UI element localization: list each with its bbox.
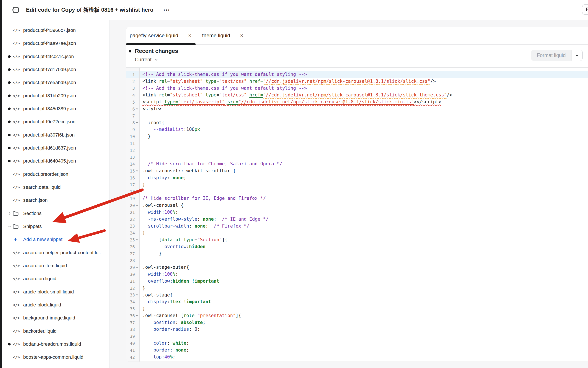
code-line[interactable]: [140, 112, 588, 120]
code-line[interactable]: color: white;: [140, 340, 588, 347]
file-item[interactable]: </>accordion.liquid: [2, 272, 110, 285]
code-line[interactable]: <!-- Add the slick-theme.css if you want…: [140, 85, 588, 92]
file-item[interactable]: </>product.pf-f845d389.json: [2, 102, 110, 115]
fold-toggle[interactable]: [135, 239, 139, 241]
code-line[interactable]: }: [140, 230, 588, 236]
file-item[interactable]: </>product.pf-f9e72ecc.json: [2, 115, 110, 128]
fold-toggle[interactable]: [135, 108, 139, 110]
fold-toggle[interactable]: [135, 169, 139, 173]
line-number: 23: [126, 224, 135, 229]
file-name: product.pf-f7e5abd9.json: [23, 80, 76, 85]
code-line[interactable]: /* Hide scrollbar for IE, Edge and Firef…: [140, 195, 588, 202]
close-icon[interactable]: ×: [188, 33, 191, 38]
code-line[interactable]: position: absolute;: [140, 319, 588, 326]
code-line[interactable]: <link rel="stylesheet" type="text/css" h…: [140, 92, 588, 99]
fold-toggle[interactable]: [135, 204, 139, 207]
file-item[interactable]: </>accordion-helper-product-content.li..…: [2, 246, 110, 259]
file-item[interactable]: </>article-block-small.liquid: [2, 285, 110, 298]
kebab-icon[interactable]: •••: [161, 6, 172, 14]
code-line[interactable]: width:100%;: [140, 209, 588, 216]
code-line[interactable]: -ms-overflow-style: none; /* IE and Edge…: [140, 216, 588, 223]
code-line[interactable]: overflow:hidden !important: [140, 278, 588, 285]
editor-tab-pagefly-service.liquid[interactable]: pagefly-service.liquid×: [126, 27, 196, 45]
code-line[interactable]: .owl-stage{: [140, 292, 588, 299]
file-item[interactable]: </>product.pf-fd640405.json: [2, 155, 110, 167]
fold-icon: [136, 108, 139, 110]
code-line[interactable]: }: [140, 285, 588, 292]
modified-dot-indicator: [8, 68, 11, 71]
file-item[interactable]: </>product.pf-fa307f6b.json: [2, 129, 110, 141]
folder-item-sections[interactable]: Sections: [2, 207, 110, 220]
code-line[interactable]: .owl-carousel::-webkit-scrollbar {: [140, 167, 588, 175]
code-line[interactable]: <!-- Add the slick-theme.css if you want…: [140, 71, 588, 78]
file-item[interactable]: </>background-image.liquid: [2, 312, 110, 324]
code-line[interactable]: <link rel="stylesheet" type="text/css" h…: [140, 78, 588, 85]
fold-icon: [136, 266, 139, 269]
code-line[interactable]: [140, 154, 588, 161]
file-item[interactable]: </>product.pf-f4aa97ae.json: [2, 37, 110, 50]
file-item[interactable]: </>booster-apps-common.liquid: [2, 351, 110, 364]
code-line[interactable]: border-radius: 0;: [140, 326, 588, 333]
file-item[interactable]: </>article-block.liquid: [2, 298, 110, 312]
line-number: 6: [126, 107, 135, 111]
file-item[interactable]: </>backorder.liquid: [2, 325, 110, 338]
code-line[interactable]: [140, 140, 588, 147]
code-line[interactable]: }: [140, 250, 588, 257]
code-line[interactable]: overflow:hidden: [140, 243, 588, 250]
file-item[interactable]: </>bodanu-breadcrumbs.liquid: [2, 338, 110, 351]
version-select[interactable]: Current: [135, 57, 158, 63]
add-new-snippet-link[interactable]: +Add a new snippet: [2, 233, 110, 246]
modified-dot-indicator: [8, 108, 11, 110]
format-liquid-button[interactable]: Format liquid: [531, 50, 571, 61]
modified-dot-indicator: [8, 134, 11, 136]
fold-toggle[interactable]: [135, 121, 139, 124]
editor-tab-theme.liquid[interactable]: theme.liquid×: [196, 27, 248, 45]
file-item[interactable]: </>search.json: [2, 194, 110, 207]
file-item[interactable]: </>booster-currency.liquid: [2, 364, 110, 368]
close-icon[interactable]: ×: [240, 33, 243, 38]
folder-item-snippets[interactable]: Snippets: [2, 220, 110, 233]
code-line[interactable]: :root{: [140, 120, 588, 126]
preview-button-partial[interactable]: P: [582, 4, 588, 15]
file-item[interactable]: </>product.pf-f7e5abd9.json: [2, 76, 110, 89]
file-item[interactable]: </>accordion-item.liquid: [2, 259, 110, 272]
code-icon: </>: [13, 289, 20, 294]
code-line[interactable]: .owl-stage-outer{: [140, 264, 588, 271]
code-line[interactable]: <style>: [140, 106, 588, 112]
file-item[interactable]: </>product.pf-fd61d837.json: [2, 141, 110, 155]
fold-toggle[interactable]: [135, 266, 139, 269]
code-line[interactable]: display:flex !important: [140, 298, 588, 305]
fold-toggle[interactable]: [135, 314, 139, 317]
code-line[interactable]: }: [140, 181, 588, 188]
code-line[interactable]: <script type="text/javascript" src="//cd…: [140, 99, 588, 106]
code-line[interactable]: display: none;: [140, 175, 588, 181]
code-line[interactable]: width:100%;: [140, 271, 588, 278]
file-item[interactable]: </>product.pf-f4fc0c1c.json: [2, 50, 110, 63]
file-item[interactable]: </>product.pf-f43966c7.json: [2, 24, 110, 37]
code-line[interactable]: border: none;: [140, 347, 588, 354]
format-liquid-menu-button[interactable]: [571, 50, 583, 61]
code-line[interactable]: }: [140, 133, 588, 140]
code-line[interactable]: top:40%;: [140, 354, 588, 361]
exit-icon[interactable]: [11, 6, 20, 14]
file-item[interactable]: </>product.preorder.json: [2, 168, 110, 181]
fold-toggle[interactable]: [135, 294, 139, 296]
code-line[interactable]: }: [140, 305, 588, 312]
code-line[interactable]: .owl-carousel {: [140, 202, 588, 209]
code-line[interactable]: .owl-carousel [role="presentation"]{: [140, 312, 588, 319]
code-line[interactable]: [140, 333, 588, 340]
code-line[interactable]: /* Hide scrollbar for Chrome, Safari and…: [140, 161, 588, 167]
code-line[interactable]: scrollbar-width: none; /* Firefox */: [140, 223, 588, 230]
file-item[interactable]: </>product.pf-f7d170d9.json: [2, 63, 110, 76]
code-editor[interactable]: 1234567891011121314151617181920212223242…: [126, 68, 588, 361]
file-item[interactable]: </>product.pf-f81bb209.json: [2, 89, 110, 102]
code-line[interactable]: [140, 188, 588, 195]
fold-icon: [136, 239, 139, 241]
code-content[interactable]: <!-- Add the slick-theme.css if you want…: [140, 68, 588, 361]
code-line[interactable]: --mediaList:100px: [140, 126, 588, 133]
code-line[interactable]: [140, 147, 588, 154]
file-item[interactable]: </>search.data.liquid: [2, 181, 110, 194]
code-line[interactable]: [data-pf-type="Section"]{: [140, 236, 588, 243]
screen-edge-strip: [0, 0, 2, 368]
code-line[interactable]: [140, 257, 588, 264]
